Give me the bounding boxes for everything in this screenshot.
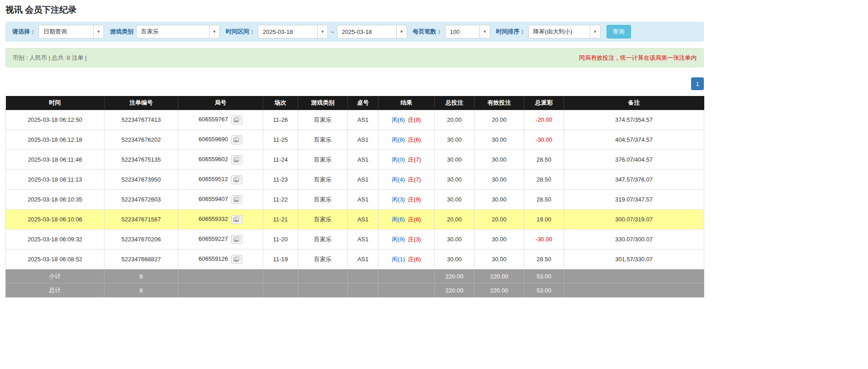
result-player: 闲(8) <box>392 136 405 143</box>
cell-round: 606559602 <box>178 150 263 170</box>
result-player: 闲(4) <box>392 176 405 183</box>
cell-total-bet[interactable]: 20.00 <box>435 210 474 230</box>
date-to-value: 2025-03-18 <box>337 25 396 38</box>
cell-total-bet[interactable]: 30.00 <box>435 249 474 269</box>
cell-game: 百家乐 <box>298 110 348 130</box>
subtotal-valid-bet: 220.00 <box>474 269 524 283</box>
video-card-icon <box>233 177 240 182</box>
round-video-button[interactable] <box>231 115 242 125</box>
cell-remark: 347.57/376.07 <box>564 170 704 190</box>
game-type-value: 百家乐 <box>137 25 209 38</box>
chevron-down-icon[interactable]: ▼ <box>93 25 104 38</box>
cell-valid-bet: 30.00 <box>474 170 524 190</box>
cell-table-no: AS1 <box>348 130 379 150</box>
col-header-session: 场次 <box>263 96 298 110</box>
cell-bet-id: 522347676202 <box>104 130 178 150</box>
sort-select[interactable]: 降幂(由大到小) ▼ <box>528 25 601 38</box>
per-page-select[interactable]: 100 ▼ <box>445 25 490 38</box>
cell-bet-id: 522347670206 <box>104 230 178 249</box>
cell-session: 11-24 <box>263 150 298 170</box>
query-type-select[interactable]: 日期查询 ▼ <box>38 25 104 38</box>
cell-session: 11-23 <box>263 170 298 190</box>
cell-session: 11-21 <box>263 210 298 230</box>
col-header-table-no: 桌号 <box>348 96 379 110</box>
per-page-label: 每页笔数： <box>413 28 442 36</box>
cell-game: 百家乐 <box>298 150 348 170</box>
cell-table-no: AS1 <box>348 249 379 269</box>
chevron-down-icon[interactable]: ▼ <box>209 25 219 38</box>
pagination-top: 1 <box>5 77 704 90</box>
cell-valid-bet: 30.00 <box>474 249 524 269</box>
cell-game: 百家乐 <box>298 170 348 190</box>
round-video-button[interactable] <box>231 155 242 164</box>
video-card-icon <box>233 236 240 242</box>
chevron-down-icon[interactable]: ▼ <box>396 25 407 38</box>
table-footer: 小计 8 220.00 220.00 53.00 总计 8 2 <box>6 269 704 297</box>
cell-payout: 28.50 <box>524 170 564 190</box>
cell-table-no: AS1 <box>348 230 379 249</box>
date-to-input[interactable]: 2025-03-18 ▼ <box>337 25 407 38</box>
cell-valid-bet: 30.00 <box>474 130 524 150</box>
cell-session: 11-20 <box>263 230 298 249</box>
cell-total-bet[interactable]: 30.00 <box>435 190 474 210</box>
cell-bet-id: 522347671567 <box>104 210 178 230</box>
sort-group: 时间排序： 降幂(由大到小) ▼ <box>496 25 601 38</box>
round-video-button[interactable] <box>231 195 242 204</box>
col-header-round: 局号 <box>178 96 263 110</box>
round-video-button[interactable] <box>231 215 242 224</box>
video-card-icon <box>233 216 240 222</box>
round-video-button[interactable] <box>231 235 242 244</box>
date-from-input[interactable]: 2025-03-18 ▼ <box>258 25 328 38</box>
page-1-button[interactable]: 1 <box>691 77 704 90</box>
cell-valid-bet: 20.00 <box>474 210 524 230</box>
video-card-icon <box>233 137 240 143</box>
cell-total-bet[interactable]: 30.00 <box>435 170 474 190</box>
game-type-group: 游戏类别 百家乐 ▼ <box>110 25 220 38</box>
round-video-button[interactable] <box>231 175 242 184</box>
round-number: 606559126 <box>199 255 228 262</box>
query-button[interactable]: 查询 <box>607 25 631 38</box>
chevron-down-icon[interactable]: ▼ <box>479 25 490 38</box>
cell-table-no: AS1 <box>348 210 379 230</box>
round-video-button[interactable] <box>231 255 242 264</box>
result-player: 闲(9) <box>392 236 405 243</box>
chevron-down-icon[interactable]: ▼ <box>590 25 600 38</box>
grand-total-payout: 53.00 <box>524 283 564 297</box>
cell-payout: -20.00 <box>524 110 564 130</box>
video-card-icon <box>233 256 240 262</box>
cell-bet-id: 522347672603 <box>104 190 178 210</box>
cell-remark: 376.07/404.57 <box>564 150 704 170</box>
result-player: 闲(6) <box>392 116 405 123</box>
cell-payout: -30.00 <box>524 230 564 249</box>
cell-table-no: AS1 <box>348 110 379 130</box>
round-video-button[interactable] <box>231 135 242 144</box>
cell-total-bet[interactable]: 30.00 <box>435 150 474 170</box>
grand-total-empty-cell <box>263 283 298 297</box>
cell-session: 11-19 <box>263 249 298 269</box>
cell-time: 2025-03-18 06:10:06 <box>6 210 104 230</box>
cell-session: 11-26 <box>263 110 298 130</box>
subtotal-payout: 53.00 <box>524 269 564 283</box>
col-header-remark: 备注 <box>564 96 704 110</box>
subtotal-count: 8 <box>104 269 178 283</box>
subtotal-empty-cell <box>379 269 435 283</box>
cell-round: 606559332 <box>178 210 263 230</box>
table-row: 2025-03-18 06:11:13 522347673950 6065595… <box>6 170 704 190</box>
game-type-select[interactable]: 百家乐 ▼ <box>136 25 220 38</box>
grand-total-count: 8 <box>104 283 178 297</box>
cell-remark: 374.57/354.57 <box>564 110 704 130</box>
cell-round: 606559690 <box>178 130 263 150</box>
table-body: 2025-03-18 06:12:50 522347677413 6065597… <box>6 110 704 269</box>
result-player: 闲(3) <box>392 196 405 203</box>
col-header-bet-id: 注单编号 <box>104 96 178 110</box>
grand-total-valid-bet: 220.00 <box>474 283 524 297</box>
cell-valid-bet: 30.00 <box>474 150 524 170</box>
cell-total-bet[interactable]: 30.00 <box>435 230 474 249</box>
result-banker: 庄(3) <box>408 236 421 243</box>
cell-total-bet[interactable]: 20.00 <box>435 110 474 130</box>
cell-total-bet[interactable]: 30.00 <box>435 130 474 150</box>
chevron-down-icon[interactable]: ▼ <box>317 25 327 38</box>
table-header: 时间 注单编号 局号 场次 游戏类别 桌号 结果 总投注 有效投注 总派彩 备注 <box>6 96 704 110</box>
round-number: 606559407 <box>199 196 228 202</box>
round-number: 606559332 <box>199 216 228 222</box>
